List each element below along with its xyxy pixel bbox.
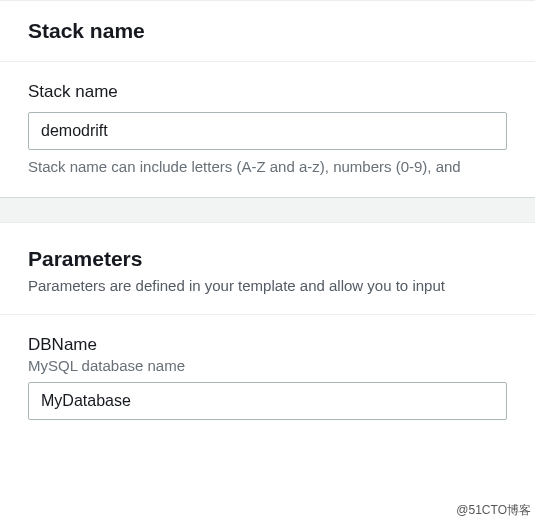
parameters-section-header: Parameters Parameters are defined in you…	[0, 223, 535, 315]
stack-name-section-body: Stack name Stack name can include letter…	[0, 62, 535, 197]
stack-name-hint: Stack name can include letters (A-Z and …	[28, 158, 507, 175]
stack-name-section-header: Stack name	[0, 0, 535, 62]
stack-name-field-label: Stack name	[28, 82, 507, 102]
dbname-label: DBName	[28, 335, 507, 355]
parameters-description: Parameters are defined in your template …	[28, 277, 507, 294]
watermark-text: @51CTO博客	[456, 502, 531, 519]
section-divider	[0, 197, 535, 223]
dbname-input[interactable]	[28, 382, 507, 420]
stack-name-input[interactable]	[28, 112, 507, 150]
dbname-sub-label: MySQL database name	[28, 357, 507, 374]
parameters-heading: Parameters	[28, 247, 507, 271]
stack-name-heading: Stack name	[28, 19, 507, 43]
parameters-section-body: DBName MySQL database name	[0, 315, 535, 442]
